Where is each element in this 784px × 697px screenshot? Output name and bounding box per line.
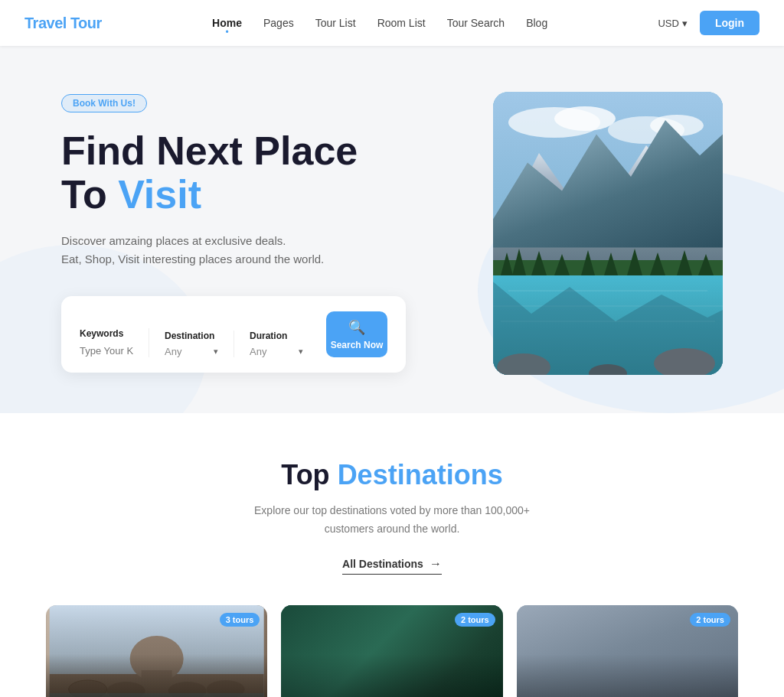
destination-label: Destination <box>165 331 218 341</box>
nav-item-tour-list[interactable]: Tour List <box>315 16 356 30</box>
nav-item-room-list[interactable]: Room List <box>377 16 426 30</box>
section-title-black: Top <box>281 459 337 490</box>
hero-right <box>493 92 723 375</box>
nav-link-tour-list[interactable]: Tour List <box>315 17 356 29</box>
nav-item-blog[interactable]: Blog <box>526 16 547 30</box>
hero-subtitle-line2: Eat, Shop, Visit interesting places arou… <box>61 252 324 265</box>
search-icon: 🔍 <box>348 319 365 336</box>
all-destinations-filter[interactable]: All Destinations → <box>342 557 442 575</box>
hero-left: Book With Us! Find Next Place To Visit D… <box>61 94 406 373</box>
destination-chevron-icon: ▾ <box>214 347 218 357</box>
destination-card-scandinavia[interactable]: 2 tours Scandinavia <box>517 605 738 697</box>
destination-card-south-africa[interactable]: 2 tours South Africa <box>281 605 502 697</box>
brand-name-black: Travel <box>24 15 70 31</box>
section-title-accent: Destinations <box>338 459 503 490</box>
nav-link-room-list[interactable]: Room List <box>377 17 426 29</box>
svg-point-2 <box>554 106 616 131</box>
nav-item-home[interactable]: Home <box>212 16 242 30</box>
nav-item-pages[interactable]: Pages <box>263 16 294 30</box>
card-badge-south-africa: 2 tours <box>455 613 495 627</box>
hero-title-line2-black: To <box>61 172 118 217</box>
section-subtitle: Explore our top destinations voted by mo… <box>247 502 537 539</box>
navbar-right: USD ▾ Login <box>658 11 760 35</box>
nav-link-home[interactable]: Home <box>212 17 242 29</box>
currency-selector[interactable]: USD ▾ <box>658 18 687 29</box>
login-button[interactable]: Login <box>700 11 760 35</box>
destination-card-western-europe[interactable]: 3 tours Western Europe <box>46 605 267 697</box>
nav-link-tour-search[interactable]: Tour Search <box>447 17 505 29</box>
duration-field: Duration Any 1-3 Days 4-7 Days 1-2 Weeks… <box>250 331 318 357</box>
nav-link-blog[interactable]: Blog <box>526 17 547 29</box>
duration-label: Duration <box>250 331 303 341</box>
svg-marker-9 <box>698 184 717 197</box>
nav-link-pages[interactable]: Pages <box>263 17 294 29</box>
destinations-grid: 3 tours Western Europe <box>46 605 738 697</box>
hero-image <box>493 92 723 375</box>
hero-title-accent: Visit <box>118 172 201 217</box>
filter-label: All Destinations <box>342 558 423 570</box>
navbar: Travel Tour Home Pages Tour List Room Li… <box>0 0 784 46</box>
filter-arrow-icon: → <box>430 557 442 571</box>
nav-item-tour-search[interactable]: Tour Search <box>447 16 505 30</box>
nav-links: Home Pages Tour List Room List Tour Sear… <box>212 16 547 30</box>
search-box: Keywords Destination Any Europe Africa A… <box>61 296 406 373</box>
search-button-label: Search Now <box>331 340 384 350</box>
destination-field: Destination Any Europe Africa Asia ▾ <box>165 331 234 357</box>
hero-subtitle-line1: Discover amzaing places at exclusive dea… <box>61 234 286 247</box>
destinations-section: Top Destinations Explore our top destina… <box>0 413 784 697</box>
svg-marker-6 <box>493 161 723 275</box>
svg-point-4 <box>650 115 704 136</box>
currency-label: USD <box>658 18 678 29</box>
hero-title: Find Next Place To Visit <box>61 129 406 217</box>
hero-section: Book With Us! Find Next Place To Visit D… <box>0 46 784 413</box>
hero-scene-svg <box>493 92 723 375</box>
duration-chevron-icon: ▾ <box>299 347 303 357</box>
section-title: Top Destinations <box>46 459 738 491</box>
brand-name-accent: Tour <box>70 15 102 31</box>
currency-dropdown-icon: ▾ <box>682 18 688 29</box>
hero-subtitle: Discover amzaing places at exclusive dea… <box>61 232 406 269</box>
card-badge-western-europe: 3 tours <box>220 613 260 627</box>
hero-title-line1: Find Next Place <box>61 129 358 173</box>
card-badge-scandinavia: 2 tours <box>690 613 730 627</box>
duration-select[interactable]: Any 1-3 Days 4-7 Days 1-2 Weeks <box>250 346 296 357</box>
search-button[interactable]: 🔍 Search Now <box>326 311 387 357</box>
keywords-field: Keywords <box>80 328 149 357</box>
keywords-label: Keywords <box>80 328 133 339</box>
svg-marker-7 <box>524 176 539 187</box>
hero-badge: Book With Us! <box>61 94 147 112</box>
keywords-input[interactable] <box>80 345 133 357</box>
brand-logo[interactable]: Travel Tour <box>24 15 102 32</box>
destination-select[interactable]: Any Europe Africa Asia <box>165 346 211 357</box>
